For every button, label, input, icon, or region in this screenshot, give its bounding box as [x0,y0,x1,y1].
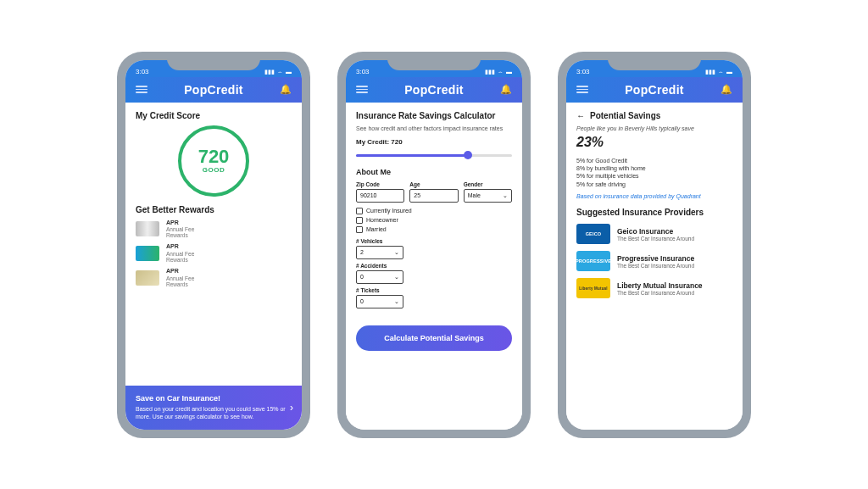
content: ← Potential Savings People like you in B… [566,103,743,430]
reward-apr: APR [166,268,194,275]
credit-score-ring: 720 GOOD [178,125,249,197]
menu-icon[interactable] [356,86,368,93]
card-thumb [136,270,159,286]
content: My Credit Score 720 GOOD Get Better Rewa… [125,103,302,430]
score-title: My Credit Score [136,111,292,120]
reward-apr: APR [166,243,194,250]
promo-title: Save on Car Insurance! [136,394,292,403]
reward-apr: APR [166,219,194,226]
age-input[interactable]: 25 [409,189,458,203]
status-icons: ▮▮▮ ⌢ ▬ [485,69,512,75]
wifi-icon: ⌢ [719,69,723,75]
accidents-label: # Accidents [356,263,403,269]
zip-label: Zip Code [356,181,404,187]
chevron-down-icon: ⌄ [394,249,399,256]
savings-intro: People like you in Beverly Hills typical… [576,125,732,131]
phone-mock-1: 3:03 ▮▮▮ ⌢ ▬ PopCredit 🔔 My Credit Score… [117,52,310,438]
rewards-list: APR Annual Fee Rewards APR Annual Fee Re… [136,219,292,288]
screen: 3:03 ▮▮▮ ⌢ ▬ PopCredit 🔔 Insurance Rate … [346,60,522,430]
provider-item[interactable]: GEICO Geico Insurance The Best Car Insur… [576,224,732,244]
screen: 3:03 ▮▮▮ ⌢ ▬ PopCredit 🔔 ← Potential Sav… [566,60,743,430]
back-row[interactable]: ← Potential Savings [576,111,732,120]
reward-item[interactable]: APR Annual Fee Rewards [136,243,292,263]
rewards-title: Get Better Rewards [136,205,292,214]
calc-title: Insurance Rate Savings Calculator [356,111,512,120]
provider-tagline: The Best Car Insurance Around [617,236,694,242]
status-time: 3:03 [576,68,590,75]
app-title: PopCredit [184,83,243,97]
signal-icon: ▮▮▮ [485,69,495,75]
status-time: 3:03 [136,68,149,75]
status-icons: ▮▮▮ ⌢ ▬ [264,69,292,75]
chevron-down-icon: ⌄ [503,192,508,199]
bell-icon[interactable]: 🔔 [500,84,512,95]
chevron-down-icon: ⌄ [394,298,399,305]
provider-tagline: The Best Car Insurance Around [617,290,703,296]
reward-sub: Annual Fee [166,226,194,232]
savings-breakdown: 5% for Good Credit 8% by bundling with h… [576,157,732,189]
app-title: PopCredit [404,83,464,97]
provider-logo: Liberty Mutual [576,278,610,298]
calc-subtitle: See how credit and other factors impact … [356,125,512,131]
app-header: PopCredit 🔔 [566,77,743,103]
wifi-icon: ⌢ [278,69,282,75]
provider-name: Progressive Insurance [617,254,694,263]
data-source: Based on insurance data provided by Quad… [576,193,732,199]
vehicles-select[interactable]: 2⌄ [356,246,403,259]
provider-name: Geico Insurance [617,227,694,236]
menu-icon[interactable] [576,86,588,93]
arrow-left-icon: ← [576,111,585,120]
gender-label: Gender [464,181,512,187]
credit-score-value: 720 [198,147,230,166]
provider-logo: GEICO [576,224,610,244]
mycredit-label: My Credit: 720 [356,138,512,146]
bell-icon[interactable]: 🔔 [280,84,292,95]
credit-slider[interactable] [356,149,512,161]
status-time: 3:03 [356,68,370,75]
wifi-icon: ⌢ [498,69,503,75]
notch [167,52,260,70]
chevron-down-icon: ⌄ [394,274,399,281]
reward-item[interactable]: APR Annual Fee Rewards [136,268,292,287]
savings-percent: 23% [576,135,732,150]
chk-insured[interactable]: Currently Insured [356,208,512,214]
notch [387,52,481,70]
provider-tagline: The Best Car Insurance Around [617,263,694,269]
provider-item[interactable]: Liberty Mutual Liberty Mutual Insurance … [576,278,732,298]
vehicles-label: # Vehicles [356,238,403,244]
battery-icon: ▬ [506,69,512,75]
reward-item[interactable]: APR Annual Fee Rewards [136,219,292,239]
card-thumb [136,246,159,261]
menu-icon[interactable] [136,86,147,93]
app-header: PopCredit 🔔 [346,77,522,103]
providers-title: Suggested Insurance Providers [576,208,732,217]
phone-mock-3: 3:03 ▮▮▮ ⌢ ▬ PopCredit 🔔 ← Potential Sav… [558,52,751,438]
notch [608,52,701,70]
promo-banner[interactable]: Save on Car Insurance! Based on your cre… [125,386,302,429]
app-title: PopCredit [625,83,684,97]
zip-input[interactable]: 90210 [356,189,404,203]
screen: 3:03 ▮▮▮ ⌢ ▬ PopCredit 🔔 My Credit Score… [125,60,302,430]
bell-icon[interactable]: 🔔 [721,84,732,95]
battery-icon: ▬ [726,69,732,75]
reward-sub: Annual Fee [166,251,194,257]
tickets-select[interactable]: 0⌄ [356,295,403,308]
reward-sub: Rewards [166,232,194,238]
aboutme-title: About Me [356,168,512,176]
accidents-select[interactable]: 0⌄ [356,270,403,284]
battery-icon: ▬ [286,69,292,75]
promo-body: Based on your credit and location you co… [136,405,292,420]
page-title: Potential Savings [590,111,660,120]
reward-sub: Annual Fee [166,275,194,281]
provider-item[interactable]: PROGRESSIVE Progressive Insurance The Be… [576,251,732,271]
chk-married[interactable]: Married [356,226,512,233]
provider-name: Liberty Mutual Insurance [617,281,703,290]
reward-sub: Rewards [166,257,194,263]
chk-homeowner[interactable]: Homeowner [356,217,512,224]
phone-mock-2: 3:03 ▮▮▮ ⌢ ▬ PopCredit 🔔 Insurance Rate … [337,52,531,438]
gender-select[interactable]: Male⌄ [464,189,512,203]
chevron-right-icon: › [290,402,293,414]
calculate-button[interactable]: Calculate Potential Savings [356,325,512,351]
signal-icon: ▮▮▮ [264,69,275,75]
provider-logo: PROGRESSIVE [576,251,610,271]
